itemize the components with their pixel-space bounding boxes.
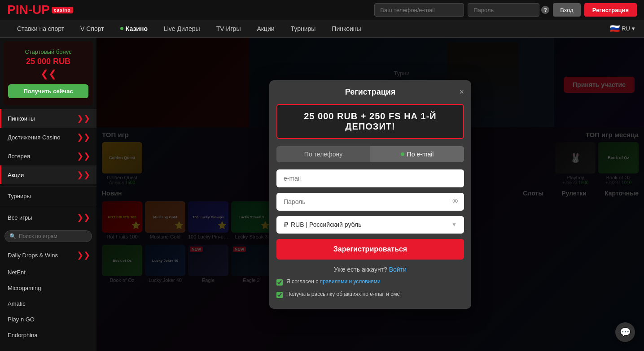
content-area: Турни Р Принять участие ТОП игр ТОП игр …	[96, 38, 644, 351]
sidebar-search[interactable]: 🔍	[4, 230, 92, 242]
lang-selector[interactable]: 🇷🇺 RU ▾	[610, 24, 635, 34]
sidebar-item-microgaming[interactable]: Microgaming	[0, 280, 96, 296]
logo-casino: casino	[52, 7, 73, 13]
agree-checkbox[interactable]	[276, 279, 283, 286]
top-bar-right: ? Вход Регистрация	[374, 3, 637, 17]
sidebar-item-all-games[interactable]: Все игры ❯❯	[0, 208, 96, 227]
password-wrap: ?	[468, 3, 549, 17]
sidebar-item-daily-drops[interactable]: Daily Drops & Wins ❯❯	[0, 246, 96, 264]
register-modal-button[interactable]: Зарегистрироваться	[276, 239, 464, 260]
arrow-icon: ❯❯	[77, 113, 90, 123]
chat-button[interactable]: 💬	[615, 322, 635, 342]
modal-close-button[interactable]: ×	[459, 87, 464, 97]
currency-symbol: ₽	[284, 221, 288, 229]
modal-promo-text: 25 000 RUB + 250 FS НА 1-Й ДЕПОЗИТ!	[304, 111, 437, 131]
modal-agree-row: Я согласен с правилами и условиями	[276, 278, 464, 286]
modal-promo-banner: 25 000 RUB + 250 FS НА 1-Й ДЕПОЗИТ!	[276, 104, 464, 139]
modal-login-row: Уже есть аккаунт? Войти	[269, 266, 471, 273]
currency-text: RUB | Российский рубль	[291, 221, 451, 228]
modal-overlay: Регистрация × 25 000 RUB + 250 FS НА 1-Й…	[96, 38, 644, 351]
arrow-icon: ❯❯	[77, 170, 90, 180]
nav-item-pincoins[interactable]: Пинкоины	[324, 20, 369, 38]
tab-email[interactable]: По e-mail	[370, 146, 464, 162]
register-button[interactable]: Регистрация	[584, 3, 637, 17]
nav-item-casino[interactable]: Казино	[112, 20, 156, 38]
sidebar-item-pincoins[interactable]: Пинкоины ❯❯	[0, 109, 96, 128]
main-area: Стартовый бонус 25 000 RUB ❮❮ Получить с…	[0, 38, 644, 351]
logo-pin: PIN-UP	[7, 3, 50, 17]
search-icon: 🔍	[9, 233, 16, 239]
registration-modal: Регистрация × 25 000 RUB + 250 FS НА 1-Й…	[269, 80, 471, 309]
nav-item-live[interactable]: Live Дилеры	[156, 20, 208, 38]
modal-newsletter-row: Получать рассылку об акциях по e-mail и …	[276, 291, 464, 298]
sidebar-item-amatic[interactable]: Amatic	[0, 296, 96, 312]
sidebar-item-lottery[interactable]: Лотерея ❯❯	[0, 147, 96, 165]
sidebar-divider-2	[0, 206, 96, 206]
terms-link[interactable]: правилами и условиями	[320, 278, 381, 285]
newsletter-checkbox[interactable]	[276, 292, 283, 298]
nav-bar: Ставки на спорт V-Спорт Казино Live Диле…	[0, 20, 644, 38]
nav-item-tv[interactable]: TV-Игры	[208, 20, 249, 38]
eye-icon[interactable]: 👁	[451, 198, 459, 206]
search-input[interactable]	[19, 233, 87, 239]
logo: PIN-UP casino	[7, 3, 73, 17]
modal-password-wrap: 👁	[276, 193, 464, 211]
logo-text: PIN-UP	[7, 3, 50, 17]
modal-tabs: По телефону По e-mail	[276, 146, 464, 162]
sidebar-item-netent[interactable]: NetEnt	[0, 264, 96, 280]
flag-icon: 🇷🇺	[610, 24, 620, 34]
active-dot	[120, 27, 123, 30]
nav-item-sport[interactable]: Ставки на спорт	[9, 20, 72, 38]
help-icon[interactable]: ?	[541, 6, 549, 14]
tab-phone[interactable]: По телефону	[276, 146, 370, 162]
sidebar-promo: Стартовый бонус 25 000 RUB ❮❮ Получить с…	[4, 41, 93, 105]
nav-item-vsport[interactable]: V-Спорт	[72, 20, 112, 38]
password-input[interactable]	[468, 3, 539, 17]
sidebar-item-endorphina[interactable]: Endorphina	[0, 327, 96, 343]
modal-login-link[interactable]: Войти	[389, 266, 407, 273]
get-bonus-button[interactable]: Получить сейчас	[8, 84, 88, 98]
arrow-icon: ❯❯	[77, 132, 90, 142]
sidebar: Стартовый бонус 25 000 RUB ❮❮ Получить с…	[0, 38, 96, 351]
login-button[interactable]: Вход	[553, 3, 580, 17]
arrow-icon: ❯❯	[77, 151, 90, 161]
promo-chevron-icon: ❮❮	[8, 68, 88, 80]
active-tab-dot	[401, 152, 404, 156]
nav-item-akcii[interactable]: Акции	[249, 20, 282, 38]
promo-title: Стартовый бонус	[8, 48, 88, 55]
phone-input[interactable]	[374, 3, 464, 17]
currency-dropdown-icon: ▼	[451, 221, 457, 228]
modal-title: Регистрация	[345, 87, 396, 97]
email-input[interactable]	[276, 169, 464, 187]
nav-item-tournaments[interactable]: Турниры	[283, 20, 324, 38]
arrow-icon: ❯❯	[77, 250, 90, 260]
sidebar-item-playngo[interactable]: Play n GO	[0, 312, 96, 327]
sidebar-item-achievements[interactable]: Достижения Casino ❯❯	[0, 128, 96, 147]
promo-amount: 25 000 RUB	[8, 57, 88, 66]
sidebar-item-tournaments[interactable]: Турниры	[0, 188, 96, 204]
sidebar-item-akcii[interactable]: Акции ❯❯	[0, 165, 96, 184]
top-bar: PIN-UP casino ? Вход Регистрация	[0, 0, 644, 20]
modal-password-input[interactable]	[276, 193, 464, 211]
modal-header: Регистрация ×	[269, 80, 471, 104]
modal-currency-wrap[interactable]: ₽ RUB | Российский рубль ▼	[276, 216, 464, 234]
arrow-icon: ❯❯	[77, 212, 90, 222]
sidebar-divider	[0, 186, 96, 186]
